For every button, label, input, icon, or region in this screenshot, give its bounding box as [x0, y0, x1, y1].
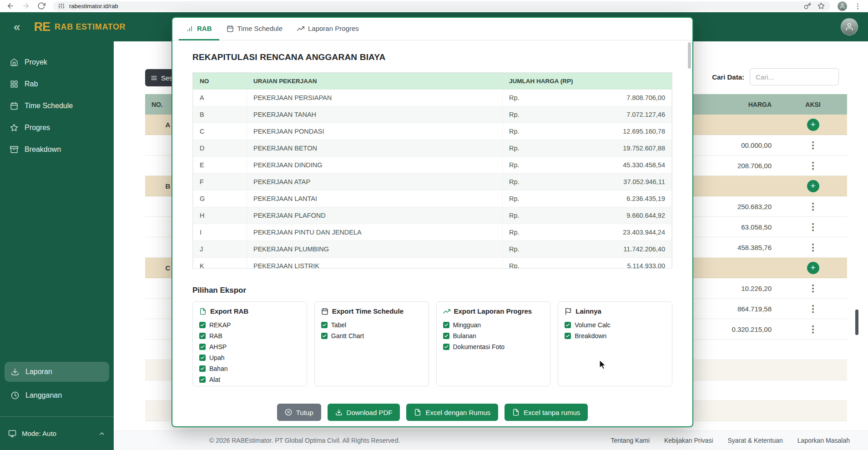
user-avatar[interactable]	[841, 18, 858, 35]
row-menu-button[interactable]: ⋮	[808, 202, 818, 211]
rekap-no: C	[193, 123, 247, 140]
tab-rab[interactable]: RAB	[179, 18, 219, 40]
rekap-no: H	[193, 207, 247, 224]
jumlah-value: 19.752.607,88	[623, 145, 665, 152]
tutup-button[interactable]: Tutup	[277, 404, 321, 421]
rekap-no: F	[193, 174, 247, 190]
chevron-up-icon	[98, 430, 106, 437]
modal-scrollbar-thumb[interactable]	[688, 42, 691, 69]
jumlah-value: 6.236.435,19	[626, 195, 665, 202]
rekap-no: B	[193, 106, 247, 123]
footer-link[interactable]: Kebijakan Privasi	[664, 437, 713, 444]
checkbox-checked[interactable]	[565, 333, 571, 339]
row-menu-button[interactable]: ⋮	[808, 161, 818, 170]
tab-laporan-progres[interactable]: Laporan Progres	[290, 18, 366, 40]
browser-profile-avatar[interactable]	[838, 1, 847, 11]
mode-toggle[interactable]: Mode: Auto	[0, 416, 114, 450]
site-info-icon[interactable]	[58, 3, 65, 9]
checkbox-checked[interactable]	[321, 333, 328, 339]
sidebar-collapse-button[interactable]: «	[14, 21, 20, 33]
back-icon[interactable]	[6, 2, 15, 10]
checkbox-checked[interactable]	[199, 322, 206, 328]
rekap-jumlah: Rp. 9.660.644,92	[503, 207, 672, 224]
row-menu-button[interactable]: ⋮	[808, 222, 818, 231]
row-menu-button[interactable]: ⋮	[808, 325, 818, 334]
password-key-icon[interactable]	[804, 2, 811, 10]
browser-menu-icon[interactable]: ⋮	[854, 3, 862, 10]
jumlah-value: 7.808.706,00	[626, 94, 665, 101]
home-icon	[10, 58, 18, 66]
export-option: Tabel	[321, 320, 422, 330]
bookmark-star-icon[interactable]	[818, 2, 825, 10]
checkbox-checked[interactable]	[199, 333, 206, 339]
rekap-jumlah: Rp. 5.114.933,00	[503, 258, 672, 269]
x-circle-icon	[285, 409, 292, 416]
sidebar-item-progres[interactable]: Progres	[0, 119, 114, 137]
forward-icon[interactable]	[22, 2, 30, 10]
checkbox-checked[interactable]	[199, 376, 206, 383]
rekap-jumlah: Rp. 23.403.944,24	[503, 224, 672, 241]
export-option: REKAP	[199, 320, 300, 330]
rekap-jumlah: Rp. 12.695.160,78	[503, 123, 672, 140]
row-menu-button[interactable]: ⋮	[808, 284, 818, 293]
rekap-no: K	[193, 258, 247, 269]
rekap-row: D PEKERJAAN BETON Rp. 19.752.607,88	[193, 140, 672, 157]
add-item-button[interactable]: +	[807, 180, 819, 192]
rekap-row: C PEKERJAAN PONDASI Rp. 12.695.160,78	[193, 123, 672, 140]
checkbox-checked[interactable]	[199, 355, 206, 361]
row-menu-button[interactable]: ⋮	[808, 140, 818, 150]
footer-link[interactable]: Laporkan Masalah	[797, 437, 850, 444]
sidebar-item-breakdown[interactable]: Breakdown	[0, 140, 114, 159]
export-option: Alat	[199, 374, 300, 385]
checkbox-checked[interactable]	[443, 322, 449, 328]
export-option: Breakdown	[565, 330, 666, 341]
checkbox-checked[interactable]	[565, 322, 571, 328]
rekap-row: B PEKERJAAN TANAH Rp. 7.072.127,46	[193, 106, 672, 123]
excel-tanpa-rumus-button[interactable]: Excel tanpa rumus	[505, 404, 588, 421]
mode-label: Mode: Auto	[22, 430, 56, 437]
refresh-icon[interactable]	[37, 2, 45, 10]
cari-input[interactable]	[750, 68, 839, 85]
checkbox-checked[interactable]	[443, 344, 449, 350]
sidebar-item-proyek[interactable]: Proyek	[0, 53, 114, 71]
checkbox-checked[interactable]	[199, 344, 206, 350]
download-pdf-button[interactable]: Download PDF	[328, 404, 400, 421]
checkbox-checked[interactable]	[443, 333, 449, 339]
calendar-icon	[321, 308, 328, 315]
url-text: rabestimator.id/rab	[69, 3, 118, 10]
page-scrollbar-thumb[interactable]	[855, 310, 858, 335]
sidebar-item-time-schedule[interactable]: Time Schedule	[0, 97, 114, 115]
modal-tabs: RAB Time Schedule Laporan Progres	[172, 18, 692, 40]
rekap-no: I	[193, 224, 247, 241]
address-bar[interactable]: rabestimator.id/rab	[53, 1, 830, 11]
export-option: Bahan	[199, 363, 300, 374]
rekap-header-no: NO	[193, 73, 247, 90]
sidebar-item-laporan[interactable]: Laporan	[5, 362, 109, 382]
sidebar-item-langganan[interactable]: Langganan	[5, 385, 109, 405]
rekap-row: I PEKERJAAN PINTU DAN JENDELA Rp. 23.403…	[193, 224, 672, 241]
jumlah-value: 7.072.127,46	[626, 111, 665, 118]
sidebar-item-label: Rab	[25, 80, 38, 88]
add-item-button[interactable]: +	[807, 119, 819, 131]
tab-time-schedule[interactable]: Time Schedule	[219, 18, 290, 40]
browser-toolbar: rabestimator.id/rab ⋮	[0, 0, 868, 12]
calendar-icon	[227, 25, 234, 32]
row-menu-button[interactable]: ⋮	[808, 243, 818, 252]
rekap-jumlah: Rp. 11.742.206,40	[503, 241, 672, 258]
rekap-table: NO URAIAN PEKERJAAN JUMLAH HARGA (RP) A …	[193, 73, 672, 269]
brand-mark: RE	[34, 20, 50, 34]
rekap-uraian: PEKERJAAN PLAFOND	[247, 207, 503, 224]
excel-dengan-rumus-button[interactable]: Excel dengan Rumus	[406, 404, 498, 421]
footer: © 2026 RABEstimator. PT Global Optima Ci…	[114, 430, 868, 450]
cari-label: Cari Data:	[712, 73, 744, 81]
rekap-jumlah: Rp. 37.052.946,11	[503, 174, 672, 190]
row-menu-button[interactable]: ⋮	[808, 304, 818, 313]
checkbox-checked[interactable]	[199, 365, 206, 372]
footer-link[interactable]: Tentang Kami	[611, 437, 650, 444]
footer-link[interactable]: Syarat & Ketentuan	[727, 437, 782, 444]
checkbox-checked[interactable]	[321, 322, 328, 328]
bar-chart-icon	[186, 25, 193, 32]
sidebar-item-rab[interactable]: Rab	[0, 75, 114, 93]
add-item-button[interactable]: +	[807, 262, 819, 274]
screen: rabestimator.id/rab ⋮ « RE RAB ESTIMATOR…	[0, 0, 868, 450]
